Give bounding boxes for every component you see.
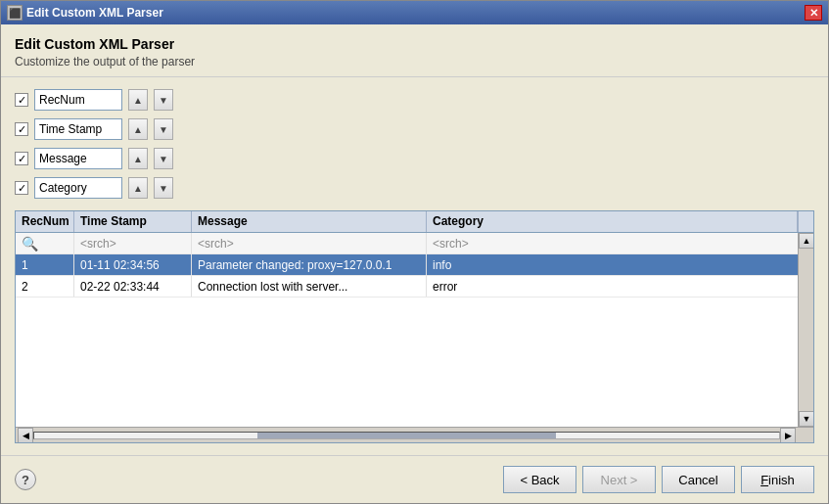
cell-timestamp-2: 02-22 02:33:44 (74, 276, 192, 297)
arrow-up-timestamp[interactable]: ▲ (128, 118, 148, 140)
arrow-up-recnum[interactable]: ▲ (128, 89, 148, 111)
help-button[interactable]: ? (15, 469, 36, 490)
cell-category-2: error (427, 276, 798, 297)
cell-timestamp-1: 01-11 02:34:56 (74, 254, 192, 275)
table-row[interactable]: 2 02-22 02:33:44 Connection lost with se… (16, 276, 798, 298)
arrow-down-category[interactable]: ▼ (154, 177, 173, 199)
arrow-up-message[interactable]: ▲ (128, 148, 148, 169)
field-row-timestamp: ✓ ▲ ▼ (15, 118, 814, 140)
col-header-category: Category (427, 211, 798, 232)
header-area: Edit Custom XML Parser Customize the out… (1, 24, 828, 77)
input-timestamp[interactable] (34, 118, 122, 140)
horizontal-scrollbar[interactable]: ◀ ▶ (16, 427, 813, 442)
cell-message-2: Connection lost with server... (192, 276, 427, 297)
cell-recnum-2: 2 (16, 276, 74, 297)
input-recnum[interactable] (34, 89, 122, 111)
dialog: ⬛ Edit Custom XML Parser ✕ Edit Custom X… (0, 0, 829, 504)
title-bar-text: Edit Custom XML Parser (26, 6, 163, 20)
checkbox-recnum[interactable]: ✓ (15, 93, 28, 107)
finish-button[interactable]: Finish (741, 466, 814, 493)
vertical-scrollbar[interactable]: ▲ ▼ (798, 233, 813, 427)
search-cell-timestamp: <srch> (74, 233, 192, 253)
cancel-button[interactable]: Cancel (662, 466, 735, 493)
cell-category-1: info (427, 254, 798, 275)
footer-left: ? (15, 469, 36, 490)
header-scroll-spacer (798, 211, 813, 232)
arrow-up-category[interactable]: ▲ (128, 177, 148, 199)
input-message[interactable] (34, 148, 122, 169)
cell-recnum-1: 1 (16, 254, 74, 275)
field-row-recnum: ✓ ▲ ▼ (15, 89, 814, 111)
arrow-down-recnum[interactable]: ▼ (154, 89, 173, 111)
table-body-area: 🔍 <srch> <srch> <srch> 1 01-11 02:34:56 … (16, 233, 813, 427)
search-cell-category: <srch> (427, 233, 798, 253)
next-button[interactable]: Next > (582, 466, 656, 493)
hscroll-track (33, 432, 780, 439)
field-row-category: ✓ ▲ ▼ (15, 177, 814, 199)
arrow-down-message[interactable]: ▼ (154, 148, 173, 169)
scroll-left-button[interactable]: ◀ (18, 428, 33, 443)
hscroll-thumb (257, 433, 555, 438)
close-button[interactable]: ✕ (805, 5, 822, 21)
checkbox-message[interactable]: ✓ (15, 152, 28, 165)
search-icon-cell: 🔍 (16, 233, 74, 253)
checkbox-timestamp[interactable]: ✓ (15, 122, 28, 136)
cell-message-1: Parameter changed: proxy=127.0.0.1 (192, 254, 427, 275)
scroll-down-button[interactable]: ▼ (799, 411, 813, 427)
search-cell-message: <srch> (192, 233, 427, 253)
dialog-subtitle: Customize the output of the parser (15, 55, 814, 69)
title-bar: ⬛ Edit Custom XML Parser ✕ (1, 1, 828, 24)
footer: ? < Back Next > Cancel Finish (1, 455, 828, 503)
finish-label: Finish (760, 473, 795, 487)
footer-buttons: < Back Next > Cancel Finish (503, 466, 814, 493)
table-row[interactable]: 1 01-11 02:34:56 Parameter changed: prox… (16, 254, 798, 276)
content-area: ✓ ▲ ▼ ✓ ▲ ▼ ✓ ▲ ▼ ✓ ▲ ▼ RecNum Time S (1, 77, 828, 455)
col-header-recnum: RecNum (16, 211, 74, 232)
data-table: RecNum Time Stamp Message Category 🔍 <sr… (15, 210, 814, 443)
table-body[interactable]: 🔍 <srch> <srch> <srch> 1 01-11 02:34:56 … (16, 233, 798, 427)
dialog-icon: ⬛ (7, 5, 23, 21)
arrow-down-timestamp[interactable]: ▼ (154, 118, 173, 140)
scroll-up-button[interactable]: ▲ (799, 233, 813, 249)
scroll-track (799, 249, 813, 411)
dialog-title: Edit Custom XML Parser (15, 36, 814, 52)
title-bar-left: ⬛ Edit Custom XML Parser (7, 5, 163, 21)
field-row-message: ✓ ▲ ▼ (15, 148, 814, 169)
scroll-right-button[interactable]: ▶ (780, 428, 796, 443)
col-header-timestamp: Time Stamp (74, 211, 192, 232)
back-button[interactable]: < Back (503, 466, 576, 493)
checkbox-category[interactable]: ✓ (15, 181, 28, 195)
table-search-row: 🔍 <srch> <srch> <srch> (16, 233, 798, 254)
table-header: RecNum Time Stamp Message Category (16, 211, 813, 233)
col-header-message: Message (192, 211, 427, 232)
input-category[interactable] (34, 177, 122, 199)
